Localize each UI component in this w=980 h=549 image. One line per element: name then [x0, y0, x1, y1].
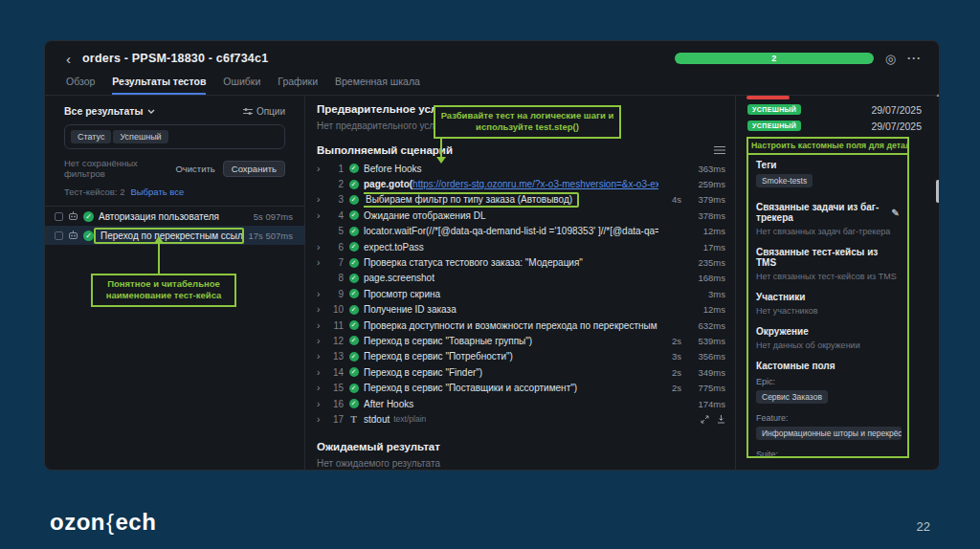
custom-fields-list: Epic: Сервис Заказов Feature: Информацио… — [756, 377, 900, 458]
run-row[interactable]: УСПЕШНЫЙ 29/07/2025 — [736, 118, 935, 134]
annotation-arrow-head-down — [436, 157, 446, 164]
step-status-check-icon: ✓ — [349, 384, 359, 393]
tag-chip[interactable]: Smoke-tests — [756, 174, 813, 187]
step-status-check-icon: ✓ — [349, 399, 359, 408]
step-expand-chevron[interactable]: › — [317, 351, 320, 362]
options-button[interactable]: Опции — [243, 106, 285, 117]
step-duration-s: 2s — [662, 383, 681, 393]
step-expand-chevron[interactable]: › — [317, 257, 320, 268]
step-row[interactable]: › 10 ✓ T Получение ID заказа 12ms — [317, 302, 725, 318]
step-row[interactable]: › 3 ✓ T Выбираем фильтр по типу заказа (… — [317, 192, 725, 208]
progress-count: 2 — [675, 53, 874, 64]
tab-test-results[interactable]: Результаты тестов — [112, 76, 206, 95]
section-environment-title: Окружение — [756, 326, 900, 337]
history-failed-bar[interactable] — [746, 96, 790, 99]
scrollbar-thumb[interactable] — [936, 180, 940, 203]
testcase-row[interactable]: ✓ Переход по перекрестным ссылкам 17s 50… — [45, 226, 304, 245]
step-number: 13 — [329, 351, 344, 362]
step-expand-chevron[interactable]: › — [317, 399, 320, 409]
step-duration-ms: 775ms — [685, 383, 725, 393]
step-text: Проверка статуса тестового заказа: "Моде… — [364, 257, 658, 268]
step-expand-chevron[interactable]: › — [317, 242, 320, 253]
step-row[interactable]: › 16 ✓ T After Hooks 174ms — [317, 396, 725, 411]
tab-timeline[interactable]: Временная шкала — [335, 76, 420, 95]
edit-icon[interactable]: ✎ — [892, 208, 900, 218]
more-menu-icon[interactable]: ··· — [907, 52, 922, 65]
step-duration-ms: 632ms — [685, 320, 725, 331]
step-text: Переход в сервис "Поставщики и ассортиме… — [364, 383, 658, 393]
row-checkbox[interactable] — [55, 212, 63, 221]
step-row[interactable]: › 6 ✓ T expect.toPass 17ms — [317, 239, 725, 254]
step-duration-ms: 356ms — [685, 351, 725, 362]
step-status-check-icon: ✓ — [349, 274, 359, 283]
results-filter-dropdown[interactable]: Все результаты — [64, 105, 155, 117]
expand-attachment-icon[interactable] — [701, 415, 709, 424]
step-expand-chevron[interactable]: › — [317, 164, 320, 174]
annotation-arrow-line — [158, 243, 160, 274]
step-status-check-icon: ✓ — [349, 352, 359, 362]
step-row[interactable]: › 12 ✓ T Переход в сервис "Товарные груп… — [317, 333, 725, 348]
filter-chip-value[interactable]: Успешный — [113, 130, 167, 143]
step-row[interactable]: › 17 ✓ T stdouttext/plain — [317, 411, 725, 427]
testcase-name[interactable]: Переход по перекрестным ссылкам — [94, 228, 244, 244]
step-expand-chevron[interactable]: › — [317, 289, 320, 299]
target-icon[interactable]: ◎ — [885, 52, 896, 66]
testcase-name[interactable]: Авторизация пользователя — [99, 211, 249, 222]
custom-field-value-chip[interactable]: Информационные шторы и перекрёстные ссы.… — [756, 427, 902, 440]
step-row[interactable]: › 9 ✓ T Просмотр скрина 3ms — [317, 286, 725, 301]
step-expand-chevron[interactable]: › — [317, 194, 320, 205]
step-duration-ms: 539ms — [685, 336, 725, 346]
clear-filters-button[interactable]: Очистить — [175, 164, 214, 174]
step-text: Получение ID заказа — [364, 304, 658, 315]
step-expand-chevron[interactable]: › — [317, 304, 320, 315]
annotation-arrow-head-up — [154, 236, 164, 243]
attachment-actions — [701, 415, 725, 424]
step-number: 2 — [329, 179, 344, 189]
collapse-all-icon[interactable] — [714, 145, 725, 155]
step-row[interactable]: › 7 ✓ T Проверка статуса тестового заказ… — [317, 254, 725, 270]
page-number: 22 — [917, 519, 930, 534]
tab-overview[interactable]: Обзор — [66, 76, 95, 95]
step-row[interactable]: › 1 ✓ T Before Hooks 363ms — [317, 161, 725, 176]
run-row[interactable]: УСПЕШНЫЙ 29/07/2025 — [736, 101, 935, 118]
step-status-check-icon: ✓ — [349, 164, 359, 173]
save-filter-button[interactable]: Сохранить — [223, 161, 285, 177]
testcase-row[interactable]: ✓ Авторизация пользователя 5s 097ms — [45, 207, 304, 226]
step-expand-chevron[interactable]: › — [317, 414, 320, 425]
scroll-up-icon[interactable]: ▴ — [935, 91, 940, 98]
step-row[interactable]: › 14 ✓ T Переход в сервис "Finder") 2s 3… — [317, 364, 725, 380]
step-number: 15 — [329, 383, 344, 393]
custom-field-value-chip[interactable]: Сервис Заказов — [756, 390, 828, 404]
tab-graphs[interactable]: Графики — [278, 76, 318, 95]
step-row[interactable]: › 15 ✓ T Переход в сервис "Поставщики и … — [317, 380, 725, 395]
step-number: 10 — [329, 304, 344, 315]
filter-box[interactable]: Статус Успешный — [64, 124, 285, 149]
step-expand-chevron[interactable]: › — [317, 383, 320, 393]
filter-chip-status[interactable]: Статус — [71, 130, 111, 143]
step-row[interactable]: › 5 ✓ T locator.waitFor(//*[@data-qa-dem… — [317, 224, 725, 239]
step-expand-chevron[interactable]: › — [317, 336, 320, 346]
run-date: 29/07/2025 — [871, 121, 922, 132]
status-check-icon: ✓ — [83, 211, 94, 222]
results-progress-bar[interactable]: 2 — [675, 53, 874, 64]
step-duration-ms: 174ms — [685, 399, 725, 409]
step-expand-chevron[interactable]: › — [317, 320, 320, 331]
step-link[interactable]: https://orders-stg.ozonru.me/?x-o3-meshv… — [412, 179, 658, 189]
step-status-check-icon: ✓ — [349, 258, 359, 268]
expected-result-title: Ожидаемый результат — [317, 441, 725, 452]
step-duration-s: 4s — [662, 194, 681, 205]
step-row[interactable]: › 4 ✓ T Ожидание отображения DL 378ms — [317, 208, 725, 223]
download-attachment-icon[interactable] — [717, 415, 725, 424]
back-icon[interactable]: ‹ — [66, 52, 71, 66]
step-row[interactable]: › 2 ✓ T page.goto(https://orders-stg.ozo… — [317, 176, 725, 191]
step-expand-chevron[interactable]: › — [317, 210, 320, 221]
step-row[interactable]: › 13 ✓ T Переход в сервис "Потребности")… — [317, 349, 725, 364]
step-row[interactable]: › 11 ✓ T Проверка доступности и возможно… — [317, 318, 725, 333]
step-row[interactable]: › 8 ✓ T page.screenshot 168ms — [317, 271, 725, 286]
scrollbar[interactable]: ▴ — [935, 96, 940, 471]
row-checkbox[interactable] — [55, 231, 63, 240]
step-expand-chevron[interactable]: › — [317, 367, 320, 378]
tab-errors[interactable]: Ошибки — [223, 76, 260, 95]
annotation-arrow-line-down — [440, 137, 442, 157]
select-all-link[interactable]: Выбрать все — [130, 187, 184, 197]
